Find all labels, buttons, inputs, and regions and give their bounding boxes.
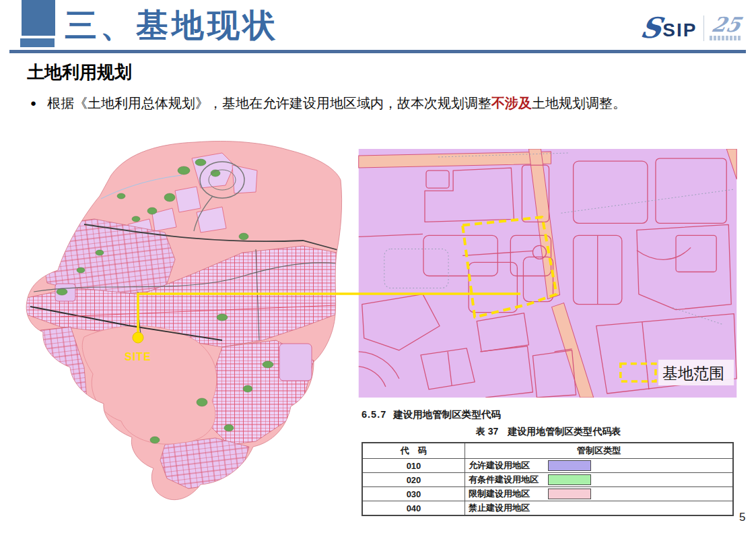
section-heading: 土地利用规划 — [27, 61, 132, 84]
sip-s-icon: S — [638, 15, 663, 42]
table-row: 020 有条件建设用地区 — [362, 473, 733, 487]
legend-label: 基地范围 — [662, 365, 724, 382]
control-zone-code-section: 6.5.7建设用地管制区类型代码 表 37 建设用地管制区类型代码表 代 码 管… — [362, 408, 735, 516]
sip-logo: S SIP 25 — [641, 12, 742, 44]
bullet-text-post: 土地规划调整。 — [532, 96, 626, 111]
table-caption: 表 37 建设用地管制区类型代码表 — [362, 426, 735, 438]
page-number: 5 — [739, 511, 745, 524]
zone-label: 限制建设用地区 — [469, 488, 548, 500]
table-row: 030 限制建设用地区 — [362, 487, 733, 501]
doc-section-title: 建设用地管制区类型代码 — [393, 409, 501, 420]
central-pink-area — [82, 326, 217, 445]
col-header-code: 代 码 — [362, 443, 465, 459]
land-use-detail-map: 基地范围 — [358, 149, 737, 398]
code-value: 010 — [362, 459, 465, 473]
control-zone-code-table: 代 码 管制区类型 010 允许建设用地区 020 有条件建设用地区 030 限… — [362, 442, 734, 516]
bullet-marker: ● — [30, 94, 36, 112]
header-rule — [9, 50, 746, 53]
urban-grid-south-cluster — [160, 438, 249, 489]
code-value: 040 — [362, 501, 465, 516]
anniversary-number: 25 — [710, 15, 743, 34]
header-accent-square — [22, 0, 55, 36]
bullet-text-pre: 根据《土地利用总体规划》，基地在允许建设用地区域内，故本次规划调整 — [47, 96, 491, 111]
table-header-row: 代 码 管制区类型 — [362, 443, 733, 459]
col-header-type: 管制区类型 — [465, 443, 734, 459]
zone-label: 允许建设用地区 — [469, 460, 548, 472]
doc-section-number: 6.5.7 — [362, 409, 386, 420]
table-row: 040 禁止建设用地区 — [362, 501, 733, 516]
sip-logo-text: SIP — [662, 20, 697, 40]
doc-section-heading: 6.5.7建设用地管制区类型代码 — [362, 408, 735, 421]
zone-color-swatch — [548, 460, 591, 471]
code-value: 030 — [362, 487, 465, 501]
page-title: 三、基地现状 — [65, 4, 279, 47]
land-use-overview-map — [20, 138, 345, 505]
bullet-row: ● 根据《土地利用总体规划》，基地在允许建设用地区域内，故本次规划调整不涉及土地… — [30, 94, 730, 112]
zone-label: 有条件建设用地区 — [469, 474, 548, 486]
bullet-text-highlight: 不涉及 — [491, 96, 532, 111]
header-accent-bar — [20, 38, 55, 47]
bullet-text: 根据《土地利用总体规划》，基地在允许建设用地区域内，故本次规划调整不涉及土地规划… — [47, 94, 626, 112]
anniversary-mark: 25 — [710, 15, 742, 40]
zone-color-swatch — [548, 474, 591, 485]
zone-label: 禁止建设用地区 — [469, 502, 548, 514]
logo-divider — [703, 15, 704, 41]
zone-color-swatch — [548, 489, 591, 499]
code-value: 020 — [362, 473, 465, 487]
table-row: 010 允许建设用地区 — [362, 459, 733, 473]
purple-patch — [279, 344, 312, 381]
landmass — [20, 138, 345, 505]
